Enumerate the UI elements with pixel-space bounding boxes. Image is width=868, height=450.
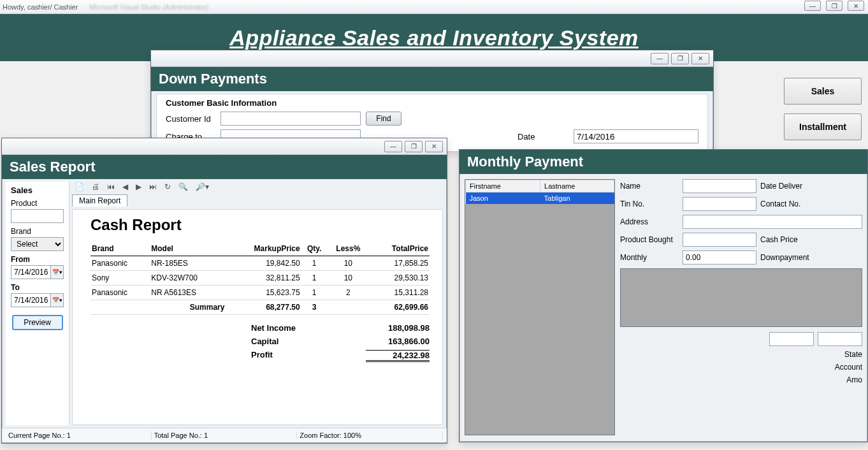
contact-label: Contact No. [760,200,815,208]
vs-faded-text: Microsoft Visual Studio (Administrator) [89,3,208,11]
toolbar-icon-6[interactable]: ↻ [164,182,171,191]
report-header: Brand [90,242,150,256]
down-payments-window: — ❐ ✕ Down Payments Customer Basic Infor… [150,50,714,152]
product-input[interactable] [11,209,64,223]
report-header: Less% [328,242,369,256]
detail-grid[interactable] [620,268,862,327]
report-statusbar: Current Page No.: 1 Total Page No.: 1 Zo… [2,428,447,442]
from-label: From [11,255,64,264]
address-input[interactable] [683,215,862,229]
amo-label: Amo [846,375,862,384]
sales-button[interactable]: Sales [784,78,862,105]
monthly-payment-window: Monthly Payment Firstname Lastname Jason… [459,149,868,442]
outer-title: Howdy, cashier/ Cashier [3,3,78,11]
product-bought-input[interactable] [683,233,756,247]
to-date-input[interactable] [11,293,51,307]
status-zoom: Zoom Factor: 100% [297,432,443,439]
downpay-close-button[interactable]: ✕ [691,53,709,64]
toolbar-icon-4[interactable]: ▶ [136,182,141,191]
toolbar-icon-5[interactable]: ⏭ [149,182,157,191]
table-row: PanasonicNR A5613ES15,623.751215,311.28 [90,286,430,300]
toolbar-icon-3[interactable]: ◀ [122,182,128,191]
find-button[interactable]: Find [366,112,401,126]
table-row: PanasonicNR-185ES19,842.5011017,858.25 [90,256,430,271]
main-report-tab[interactable]: Main Report [72,194,127,207]
report-header: MarkupPrice [226,242,301,256]
outer-maximize-button[interactable]: ❐ [826,1,843,11]
downpay-maximize-button[interactable]: ❐ [671,53,689,64]
installment-button[interactable]: Installment [784,113,862,140]
toolbar-icon-0[interactable]: 📄 [75,182,84,191]
name-label: Name [620,182,679,191]
toolbar-icon-1[interactable]: 🖨 [92,182,99,191]
salesrep-minimize-button[interactable]: — [384,141,402,152]
toolbar-icon-2[interactable]: ⏮ [107,182,115,191]
to-label: To [11,283,64,292]
report-toolbar: 📄🖨⏮◀▶⏭↻🔍🔎▾ [69,179,447,194]
downpayment-label: Downpayment [760,253,815,262]
address-label: Address [620,217,679,226]
tin-label: Tin No. [620,200,679,208]
brand-label: Brand [11,227,64,236]
report-header: Model [150,242,226,256]
sales-heading: Sales [11,185,64,195]
profit-label: Profit [251,350,328,362]
salesrep-close-button[interactable]: ✕ [425,141,443,152]
customer-id-input[interactable] [221,112,361,126]
status-current-page: Current Page No.: 1 [6,432,152,439]
salesrep-maximize-button[interactable]: ❐ [405,141,423,152]
product-label: Product [11,199,64,208]
report-header: Qty. [301,242,328,256]
capital-label: Capital [251,337,328,346]
customer-id-label: Customer Id [166,114,215,124]
customer-info-group: Customer Basic Information [166,98,698,108]
table-row: SonyKDV-32W70032,811.2511029,530.13 [90,271,430,286]
tail-input-2[interactable] [818,332,862,346]
col-lastname: Lastname [540,180,614,192]
downpay-minimize-button[interactable]: — [651,53,669,64]
sales-report-window: — ❐ ✕ Sales Report Sales Product Brand S… [1,138,447,444]
report-viewer[interactable]: Cash Report BrandModelMarkupPriceQty.Les… [72,209,443,425]
brand-select[interactable]: Select [11,237,64,251]
monthly-label: Monthly [620,253,679,262]
down-payments-title: Down Payments [151,67,713,91]
from-date-input[interactable] [11,265,51,279]
table-row[interactable]: Jason Tabligan [466,192,614,205]
col-firstname: Firstname [466,180,540,192]
capital-value: 163,866.00 [366,337,430,346]
report-title: Cash Report [90,216,430,234]
monthly-input[interactable] [683,250,756,265]
monthly-payment-title: Monthly Payment [459,150,867,174]
cash-price-label: Cash Price [760,235,815,244]
report-table: BrandModelMarkupPriceQty.Less%TotalPrice… [90,242,430,315]
state-label: State [844,350,862,359]
outer-titlebar: Howdy, cashier/ Cashier Microsoft Visual… [0,0,868,14]
date-input[interactable] [574,129,698,143]
profit-value: 24,232.98 [366,350,430,362]
customer-table[interactable]: Firstname Lastname Jason Tabligan [465,179,615,435]
tin-input[interactable] [683,197,756,211]
summary-row: Summary68,277.50362,699.66 [90,300,430,315]
status-total-page: Total Page No.: 1 [152,432,298,439]
account-label: Account [835,363,862,372]
sales-report-title: Sales Report [2,155,447,179]
product-bought-label: Product Bought [620,235,679,244]
date-deliver-label: Date Deliver [760,182,815,191]
toolbar-icon-8[interactable]: 🔎▾ [196,182,209,191]
name-input[interactable] [683,179,756,193]
date-label: Date [517,132,567,142]
calendar-icon[interactable]: 📅▾ [51,293,64,307]
outer-minimize-button[interactable]: — [804,1,821,11]
net-income-value: 188,098.98 [366,323,430,333]
outer-close-button[interactable]: ✕ [848,1,864,11]
toolbar-icon-7[interactable]: 🔍 [178,182,188,191]
tail-input-1[interactable] [769,332,814,346]
net-income-label: Net Income [251,323,328,333]
preview-button[interactable]: Preview [12,315,63,330]
sales-filter-panel: Sales Product Brand Select From 📅▾ To 📅▾… [6,182,69,425]
report-header: TotalPrice [369,242,430,256]
calendar-icon[interactable]: 📅▾ [51,265,64,279]
